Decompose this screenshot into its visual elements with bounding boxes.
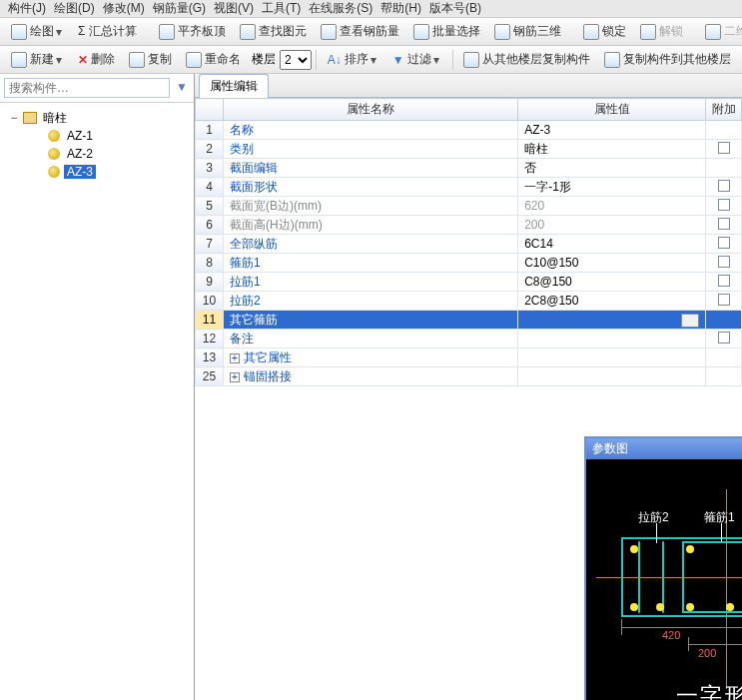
table-row[interactable]: 2类别暗柱 — [196, 140, 742, 159]
extra-checkbox[interactable] — [718, 180, 730, 192]
table-row[interactable]: 4截面形状一字-1形 — [196, 178, 742, 197]
extra-cell — [706, 216, 742, 235]
view-reinforcement-button[interactable]: 查看钢筋量 — [314, 20, 406, 43]
ellipsis-button[interactable]: ⋯ — [681, 314, 699, 328]
table-row[interactable]: 5截面宽(B边)(mm)620 — [196, 197, 742, 216]
prop-value[interactable]: C10@150 — [518, 254, 706, 273]
copy-button[interactable]: 复制 — [122, 48, 179, 71]
menu-item[interactable]: 构件(J) — [4, 0, 50, 17]
prop-value[interactable]: 6C14 — [518, 235, 706, 254]
property-panel: 属性编辑 属性名称 属性值 附加 1名称AZ-32类别暗柱3截面编辑否4截面形状… — [195, 74, 742, 700]
extra-checkbox[interactable] — [718, 275, 730, 287]
extra-checkbox[interactable] — [718, 199, 730, 211]
rename-icon — [186, 52, 202, 68]
extra-cell — [706, 121, 742, 140]
toolbar-primary: 绘图▾ Σ 汇总计算 平齐板顶 查找图元 查看钢筋量 批量选择 钢筋三维 锁定 … — [0, 18, 742, 46]
menu-item[interactable]: 视图(V) — [210, 0, 258, 17]
main-area: ▼ − 暗柱 AZ-1 AZ-2 AZ-3 属性编辑 — [0, 74, 742, 700]
unlock-button[interactable]: 解锁 — [633, 20, 690, 43]
floor-select[interactable]: 2 — [280, 50, 312, 70]
tree-item-selected[interactable]: AZ-3 — [4, 163, 190, 181]
expand-icon[interactable]: + — [230, 353, 240, 363]
search-input[interactable] — [4, 78, 170, 98]
menu-item[interactable]: 绘图(D) — [50, 0, 99, 17]
extra-checkbox[interactable] — [718, 256, 730, 268]
table-row[interactable]: 25+锚固搭接 — [196, 367, 742, 386]
gear-icon — [48, 166, 60, 178]
delete-button[interactable]: ✕删除 — [71, 48, 122, 71]
table-row[interactable]: 6截面高(H边)(mm)200 — [196, 216, 742, 235]
level-icon — [159, 24, 175, 40]
tree-root[interactable]: − 暗柱 — [4, 109, 190, 127]
collapse-icon[interactable]: − — [8, 111, 20, 125]
2d-button[interactable]: 二维▾ — [698, 20, 742, 43]
prop-value[interactable]: 2C8@150 — [518, 292, 706, 311]
table-row[interactable]: 7全部纵筋6C14 — [196, 235, 742, 254]
lock-button[interactable]: 锁定 — [576, 20, 633, 43]
sum-button[interactable]: Σ 汇总计算 — [71, 20, 144, 43]
table-row[interactable]: 3截面编辑否 — [196, 159, 742, 178]
folder-icon — [23, 112, 37, 124]
prop-value[interactable]: 620 — [518, 197, 706, 216]
row-number: 3 — [196, 159, 224, 178]
extra-checkbox[interactable] — [718, 294, 730, 306]
table-row[interactable]: 13+其它属性 — [196, 349, 742, 367]
copy-to-floor-button[interactable]: 复制构件到其他楼层 — [597, 48, 738, 71]
prop-name: 拉筋2 — [224, 292, 518, 311]
prop-value[interactable] — [518, 330, 706, 349]
tree-item[interactable]: AZ-2 — [4, 145, 190, 163]
col-prop-value: 属性值 — [518, 99, 706, 121]
menu-item[interactable]: 在线服务(S) — [305, 0, 376, 17]
row-number: 4 — [196, 178, 224, 197]
prop-value[interactable]: 200 — [518, 216, 706, 235]
menu-item[interactable]: 钢筋量(G) — [149, 0, 210, 17]
prop-value[interactable]: ⋯ — [518, 311, 706, 330]
reinf-3d-button[interactable]: 钢筋三维 — [487, 20, 568, 43]
prop-name: 名称 — [224, 121, 518, 140]
prop-name: 其它箍筋 — [224, 311, 518, 330]
copy-from-floor-button[interactable]: 从其他楼层复制构件 — [456, 48, 597, 71]
expand-icon[interactable]: + — [230, 372, 240, 382]
prop-value[interactable]: 暗柱 — [518, 140, 706, 159]
menu-item[interactable]: 修改(M) — [99, 0, 149, 17]
table-row[interactable]: 11其它箍筋⋯ — [196, 311, 742, 330]
filter-icon[interactable]: ▼ — [174, 80, 190, 96]
toolbar-secondary: 新建▾ ✕删除 复制 重命名 楼层 2 A↓排序▾ ▼过滤▾ 从其他楼层复制构件… — [0, 46, 742, 74]
table-row[interactable]: 12备注 — [196, 330, 742, 349]
batch-select-button[interactable]: 批量选择 — [406, 20, 487, 43]
prop-value[interactable]: AZ-3 — [518, 121, 706, 140]
row-number: 12 — [196, 330, 224, 349]
menu-item[interactable]: 版本号(B) — [425, 0, 485, 17]
table-row[interactable]: 9拉筋1C8@150 — [196, 273, 742, 292]
extra-checkbox[interactable] — [718, 142, 730, 154]
draw-button[interactable]: 绘图▾ — [4, 20, 71, 43]
flat-button[interactable]: 平齐板顶 — [152, 20, 233, 43]
prop-value[interactable]: 一字-1形 — [518, 178, 706, 197]
prop-value[interactable] — [518, 367, 706, 386]
table-row[interactable]: 10拉筋22C8@150 — [196, 292, 742, 311]
menu-item[interactable]: 工具(T) — [258, 0, 305, 17]
prop-name: 截面高(H边)(mm) — [224, 216, 518, 235]
tree-item[interactable]: AZ-1 — [4, 127, 190, 145]
filter-button[interactable]: ▼过滤▾ — [385, 48, 448, 71]
rename-button[interactable]: 重命名 — [179, 48, 248, 71]
extra-checkbox[interactable] — [718, 237, 730, 249]
table-row[interactable]: 8箍筋1C10@150 — [196, 254, 742, 273]
col-prop-name: 属性名称 — [224, 99, 518, 121]
prop-value[interactable]: C8@150 — [518, 273, 706, 292]
row-number: 8 — [196, 254, 224, 273]
sort-button[interactable]: A↓排序▾ — [321, 48, 385, 71]
extra-checkbox[interactable] — [718, 218, 730, 230]
prop-value[interactable] — [518, 349, 706, 367]
new-button[interactable]: 新建▾ — [4, 48, 71, 71]
tab-property-edit[interactable]: 属性编辑 — [199, 74, 269, 98]
prop-name: 全部纵筋 — [224, 235, 518, 254]
menu-item[interactable]: 帮助(H) — [376, 0, 425, 17]
extra-cell — [706, 330, 742, 349]
extra-checkbox[interactable] — [718, 332, 730, 344]
table-row[interactable]: 1名称AZ-3 — [196, 121, 742, 140]
extra-cell — [706, 349, 742, 367]
find-element-button[interactable]: 查找图元 — [233, 20, 314, 43]
prop-value[interactable]: 否 — [518, 159, 706, 178]
extra-cell — [706, 235, 742, 254]
